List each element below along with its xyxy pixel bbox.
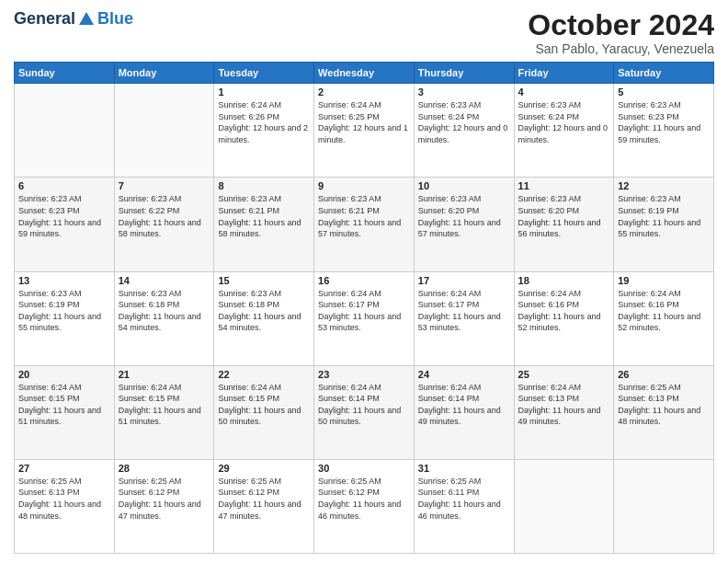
day-number: 13 xyxy=(18,275,110,286)
day-info: Sunrise: 6:24 AMSunset: 6:17 PMDaylight:… xyxy=(418,288,510,334)
calendar-cell: 23Sunrise: 6:24 AMSunset: 6:14 PMDayligh… xyxy=(314,365,415,459)
calendar-cell: 11Sunrise: 6:23 AMSunset: 6:20 PMDayligh… xyxy=(514,178,614,271)
calendar-cell: 16Sunrise: 6:24 AMSunset: 6:17 PMDayligh… xyxy=(314,271,415,365)
calendar-cell: 20Sunrise: 6:24 AMSunset: 6:15 PMDayligh… xyxy=(15,365,115,459)
calendar-cell: 6Sunrise: 6:23 AMSunset: 6:23 PMDaylight… xyxy=(15,178,115,271)
calendar-cell: 2Sunrise: 6:24 AMSunset: 6:25 PMDaylight… xyxy=(314,84,415,178)
col-monday: Monday xyxy=(114,63,214,84)
calendar-cell: 15Sunrise: 6:23 AMSunset: 6:18 PMDayligh… xyxy=(214,271,314,365)
day-number: 21 xyxy=(119,369,210,380)
day-number: 29 xyxy=(218,463,310,474)
calendar-cell: 30Sunrise: 6:25 AMSunset: 6:12 PMDayligh… xyxy=(314,459,415,553)
calendar-cell: 26Sunrise: 6:25 AMSunset: 6:13 PMDayligh… xyxy=(614,365,714,459)
day-number: 26 xyxy=(618,369,710,380)
calendar-week-row-1: 6Sunrise: 6:23 AMSunset: 6:23 PMDaylight… xyxy=(15,178,714,271)
day-number: 19 xyxy=(618,275,710,286)
calendar-cell: 12Sunrise: 6:23 AMSunset: 6:19 PMDayligh… xyxy=(614,178,714,271)
day-info: Sunrise: 6:25 AMSunset: 6:11 PMDaylight:… xyxy=(418,476,510,522)
calendar-header-row: Sunday Monday Tuesday Wednesday Thursday… xyxy=(15,63,714,84)
calendar-week-row-4: 27Sunrise: 6:25 AMSunset: 6:13 PMDayligh… xyxy=(15,459,714,553)
day-info: Sunrise: 6:23 AMSunset: 6:19 PMDaylight:… xyxy=(618,193,710,239)
header: General Blue October 2024 San Pablo, Yar… xyxy=(14,9,714,56)
calendar-table: Sunday Monday Tuesday Wednesday Thursday… xyxy=(14,62,714,554)
day-number: 31 xyxy=(418,463,510,474)
day-info: Sunrise: 6:24 AMSunset: 6:26 PMDaylight:… xyxy=(218,99,310,145)
day-info: Sunrise: 6:25 AMSunset: 6:12 PMDaylight:… xyxy=(318,476,410,522)
day-number: 16 xyxy=(318,275,410,286)
calendar-cell xyxy=(15,84,115,178)
day-number: 5 xyxy=(618,86,710,98)
day-info: Sunrise: 6:23 AMSunset: 6:20 PMDaylight:… xyxy=(418,193,510,239)
day-info: Sunrise: 6:23 AMSunset: 6:20 PMDaylight:… xyxy=(518,193,610,239)
calendar-cell: 22Sunrise: 6:24 AMSunset: 6:15 PMDayligh… xyxy=(214,365,314,459)
calendar-cell xyxy=(514,459,614,553)
calendar-cell: 10Sunrise: 6:23 AMSunset: 6:20 PMDayligh… xyxy=(414,178,514,271)
calendar-cell: 1Sunrise: 6:24 AMSunset: 6:26 PMDaylight… xyxy=(214,84,314,178)
col-thursday: Thursday xyxy=(414,63,514,84)
day-number: 10 xyxy=(418,180,510,191)
calendar-cell: 31Sunrise: 6:25 AMSunset: 6:11 PMDayligh… xyxy=(414,459,514,553)
day-number: 4 xyxy=(518,86,610,98)
day-info: Sunrise: 6:25 AMSunset: 6:13 PMDaylight:… xyxy=(18,476,110,522)
location-subtitle: San Pablo, Yaracuy, Venezuela xyxy=(528,41,714,56)
day-info: Sunrise: 6:23 AMSunset: 6:24 PMDaylight:… xyxy=(518,99,610,145)
day-info: Sunrise: 6:24 AMSunset: 6:15 PMDaylight:… xyxy=(218,382,310,428)
logo-blue-text: Blue xyxy=(97,9,133,29)
calendar-cell: 7Sunrise: 6:23 AMSunset: 6:22 PMDaylight… xyxy=(114,178,214,271)
day-number: 14 xyxy=(119,275,210,286)
day-info: Sunrise: 6:25 AMSunset: 6:12 PMDaylight:… xyxy=(119,476,210,522)
day-info: Sunrise: 6:24 AMSunset: 6:16 PMDaylight:… xyxy=(618,288,710,334)
day-number: 2 xyxy=(318,86,410,98)
day-number: 11 xyxy=(518,180,610,191)
col-sunday: Sunday xyxy=(15,63,115,84)
day-info: Sunrise: 6:23 AMSunset: 6:23 PMDaylight:… xyxy=(18,193,110,239)
calendar-cell: 17Sunrise: 6:24 AMSunset: 6:17 PMDayligh… xyxy=(414,271,514,365)
calendar-cell: 5Sunrise: 6:23 AMSunset: 6:23 PMDaylight… xyxy=(614,84,714,178)
calendar-cell: 29Sunrise: 6:25 AMSunset: 6:12 PMDayligh… xyxy=(214,459,314,553)
calendar-cell: 27Sunrise: 6:25 AMSunset: 6:13 PMDayligh… xyxy=(15,459,115,553)
col-saturday: Saturday xyxy=(614,63,714,84)
day-number: 3 xyxy=(418,86,510,98)
calendar-cell: 13Sunrise: 6:23 AMSunset: 6:19 PMDayligh… xyxy=(15,271,115,365)
calendar-cell: 14Sunrise: 6:23 AMSunset: 6:18 PMDayligh… xyxy=(114,271,214,365)
title-block: October 2024 San Pablo, Yaracuy, Venezue… xyxy=(528,9,714,56)
day-info: Sunrise: 6:23 AMSunset: 6:21 PMDaylight:… xyxy=(218,193,310,239)
day-info: Sunrise: 6:24 AMSunset: 6:13 PMDaylight:… xyxy=(518,382,610,428)
day-info: Sunrise: 6:23 AMSunset: 6:22 PMDaylight:… xyxy=(119,193,210,239)
day-number: 12 xyxy=(618,180,710,191)
day-info: Sunrise: 6:23 AMSunset: 6:21 PMDaylight:… xyxy=(318,193,410,239)
calendar-cell: 4Sunrise: 6:23 AMSunset: 6:24 PMDaylight… xyxy=(514,84,614,178)
calendar-cell: 18Sunrise: 6:24 AMSunset: 6:16 PMDayligh… xyxy=(514,271,614,365)
calendar-cell: 28Sunrise: 6:25 AMSunset: 6:12 PMDayligh… xyxy=(114,459,214,553)
calendar-cell: 21Sunrise: 6:24 AMSunset: 6:15 PMDayligh… xyxy=(114,365,214,459)
day-info: Sunrise: 6:23 AMSunset: 6:23 PMDaylight:… xyxy=(618,99,710,145)
logo-icon xyxy=(77,10,96,29)
logo-general-text: General xyxy=(14,9,75,29)
day-number: 18 xyxy=(518,275,610,286)
day-number: 25 xyxy=(518,369,610,380)
day-number: 6 xyxy=(18,180,110,191)
day-info: Sunrise: 6:24 AMSunset: 6:15 PMDaylight:… xyxy=(119,382,210,428)
col-friday: Friday xyxy=(514,63,614,84)
day-info: Sunrise: 6:24 AMSunset: 6:15 PMDaylight:… xyxy=(18,382,110,428)
calendar-cell: 3Sunrise: 6:23 AMSunset: 6:24 PMDaylight… xyxy=(414,84,514,178)
day-number: 15 xyxy=(218,275,310,286)
day-info: Sunrise: 6:23 AMSunset: 6:19 PMDaylight:… xyxy=(18,288,110,334)
day-number: 23 xyxy=(318,369,410,380)
calendar-cell: 19Sunrise: 6:24 AMSunset: 6:16 PMDayligh… xyxy=(614,271,714,365)
calendar-cell xyxy=(614,459,714,553)
day-info: Sunrise: 6:24 AMSunset: 6:25 PMDaylight:… xyxy=(318,99,410,145)
calendar-cell: 24Sunrise: 6:24 AMSunset: 6:14 PMDayligh… xyxy=(414,365,514,459)
day-number: 9 xyxy=(318,180,410,191)
day-info: Sunrise: 6:25 AMSunset: 6:12 PMDaylight:… xyxy=(218,476,310,522)
day-info: Sunrise: 6:23 AMSunset: 6:18 PMDaylight:… xyxy=(119,288,210,334)
day-number: 30 xyxy=(318,463,410,474)
day-info: Sunrise: 6:23 AMSunset: 6:18 PMDaylight:… xyxy=(218,288,310,334)
month-title: October 2024 xyxy=(528,9,714,41)
day-info: Sunrise: 6:24 AMSunset: 6:17 PMDaylight:… xyxy=(318,288,410,334)
day-number: 24 xyxy=(418,369,510,380)
svg-marker-0 xyxy=(79,12,94,25)
day-info: Sunrise: 6:25 AMSunset: 6:13 PMDaylight:… xyxy=(618,382,710,428)
day-number: 1 xyxy=(218,86,310,98)
calendar-week-row-3: 20Sunrise: 6:24 AMSunset: 6:15 PMDayligh… xyxy=(15,365,714,459)
